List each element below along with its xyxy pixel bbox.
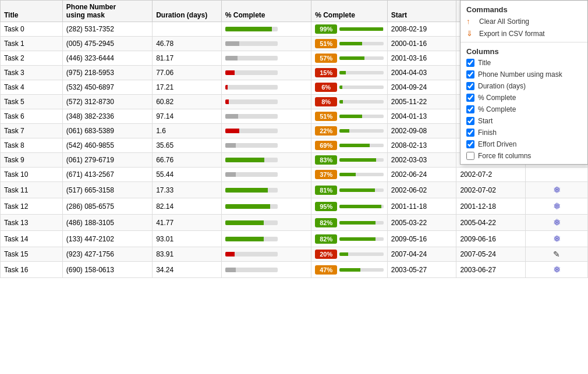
cell-pct2: 82%	[311, 215, 388, 231]
cell-pct2: 83%	[311, 153, 388, 168]
cell-phone: (486) 188-3105	[62, 215, 152, 231]
cell-pct2: 47%	[311, 262, 388, 278]
cell-phone: (348) 382-2336	[62, 109, 152, 124]
cell-pct2: 82%	[311, 231, 388, 247]
cell-phone: (446) 323-6444	[62, 51, 152, 66]
column-toggle-item[interactable]: Force fit columns	[461, 150, 587, 162]
pct-badge: 69%	[315, 141, 337, 150]
cell-bar	[221, 22, 311, 37]
column-toggle-item[interactable]: Duration (days)	[461, 80, 587, 92]
cell-bar	[221, 247, 311, 262]
cell-phone: (061) 683-5389	[62, 124, 152, 138]
cell-title: Task 12	[1, 198, 63, 215]
column-checkbox[interactable]	[466, 117, 474, 125]
cell-phone: (542) 460-9855	[62, 138, 152, 153]
columns-section-title: Columns	[461, 45, 587, 57]
column-toggle-item[interactable]: % Complete	[461, 104, 587, 115]
cell-pct2: 57%	[311, 51, 388, 66]
cell-start: 2007-04-24	[387, 247, 456, 262]
cell-start: 2005-03-22	[387, 215, 456, 231]
cell-bar	[221, 138, 311, 153]
table-row: Task 14 (133) 447-2102 93.01 82% 2009-05…	[1, 231, 588, 247]
cell-duration: 17.21	[153, 80, 222, 95]
cell-phone: (061) 279-6719	[62, 153, 152, 168]
table-row: Task 13 (486) 188-3105 41.77 82% 2005-03…	[1, 215, 588, 231]
cell-bar	[221, 262, 311, 278]
table-row: Task 11 (517) 665-3158 17.33 81% 2002-06…	[1, 182, 588, 198]
pct-badge: 83%	[315, 155, 337, 165]
cell-duration: 77.06	[153, 66, 222, 80]
column-toggle-item[interactable]: % Complete	[461, 92, 587, 104]
cell-start: 2009-05-16	[387, 231, 456, 247]
cell-effort: ❅	[526, 215, 588, 231]
cell-pct2: 20%	[311, 247, 388, 262]
column-toggle-item[interactable]: Finish	[461, 127, 587, 138]
cell-duration: 97.14	[153, 109, 222, 124]
cell-pct2: 37%	[311, 168, 388, 182]
cell-pct2: 22%	[311, 124, 388, 138]
cell-start: 2003-05-27	[387, 262, 456, 278]
cell-title: Task 14	[1, 231, 63, 247]
column-toggle-item[interactable]: Start	[461, 115, 587, 127]
clear-sorting-item[interactable]: ↑ Clear All Sorting	[461, 15, 587, 27]
cell-bar	[221, 168, 311, 182]
cell-pct2: 81%	[311, 182, 388, 198]
cell-effort	[526, 168, 588, 182]
cell-duration: 66.76	[153, 153, 222, 168]
cell-phone: (923) 427-1756	[62, 247, 152, 262]
cell-phone: (286) 085-6575	[62, 198, 152, 215]
snowflake-icon: ❅	[553, 234, 561, 244]
cell-start: 2008-02-19	[387, 22, 456, 37]
cell-bar	[221, 51, 311, 66]
column-label: Duration (days)	[478, 82, 526, 90]
cell-finish: 2001-12-18	[456, 198, 526, 215]
table-row: Task 12 (286) 085-6575 82.14 95% 2001-11…	[1, 198, 588, 215]
column-checkbox[interactable]	[466, 59, 474, 67]
cell-bar	[221, 37, 311, 51]
column-checkbox[interactable]	[466, 152, 474, 160]
col-header-pct1: % Complete	[221, 1, 311, 22]
column-toggle-item[interactable]: Effort Driven	[461, 138, 587, 150]
commands-section-title: Commands	[461, 3, 587, 15]
column-checkbox[interactable]	[466, 94, 474, 102]
column-checkbox[interactable]	[466, 140, 474, 148]
pct-badge: 82%	[315, 234, 337, 244]
cell-start: 2001-11-18	[387, 198, 456, 215]
column-checkbox[interactable]	[466, 70, 474, 79]
cell-finish: 2002-07-02	[456, 182, 526, 198]
cell-duration: 93.01	[153, 231, 222, 247]
pct-badge: 51%	[315, 112, 337, 121]
cell-title: Task 13	[1, 215, 63, 231]
snowflake-icon: ❅	[553, 185, 561, 195]
column-checkbox[interactable]	[466, 82, 474, 90]
cell-title: Task 1	[1, 37, 63, 51]
cell-phone: (975) 218-5953	[62, 66, 152, 80]
cell-title: Task 10	[1, 168, 63, 182]
cell-duration: 83.91	[153, 247, 222, 262]
column-label: Force fit columns	[478, 152, 531, 160]
cell-bar	[221, 80, 311, 95]
pct-badge: 51%	[315, 39, 337, 48]
export-csv-item[interactable]: ⇓ Export in CSV format	[461, 27, 587, 40]
dropdown-menu: Commands ↑ Clear All Sorting ⇓ Export in…	[460, 0, 588, 165]
cell-duration: 1.6	[153, 124, 222, 138]
column-checkbox[interactable]	[466, 105, 474, 113]
pct-badge: 8%	[315, 97, 337, 106]
column-toggle-item[interactable]: Phone Number using mask	[461, 69, 587, 80]
cell-phone: (572) 312-8730	[62, 95, 152, 109]
cell-start: 2005-11-22	[387, 95, 456, 109]
column-checkbox[interactable]	[466, 129, 474, 137]
column-toggle-item[interactable]: Title	[461, 57, 587, 69]
columns-list: Title Phone Number using mask Duration (…	[461, 57, 587, 162]
cell-start: 2000-01-16	[387, 37, 456, 51]
column-label: Finish	[478, 129, 497, 137]
cell-start: 2004-01-13	[387, 109, 456, 124]
cell-pct2: 15%	[311, 66, 388, 80]
col-header-duration: Duration (days)	[153, 1, 222, 22]
pct-badge: 15%	[315, 68, 337, 77]
snowflake-icon: ❅	[553, 201, 561, 211]
snowflake-icon: ❅	[553, 218, 561, 227]
pencil-icon: ✎	[553, 250, 560, 259]
cell-start: 2004-04-03	[387, 66, 456, 80]
cell-phone: (282) 531-7352	[62, 22, 152, 37]
